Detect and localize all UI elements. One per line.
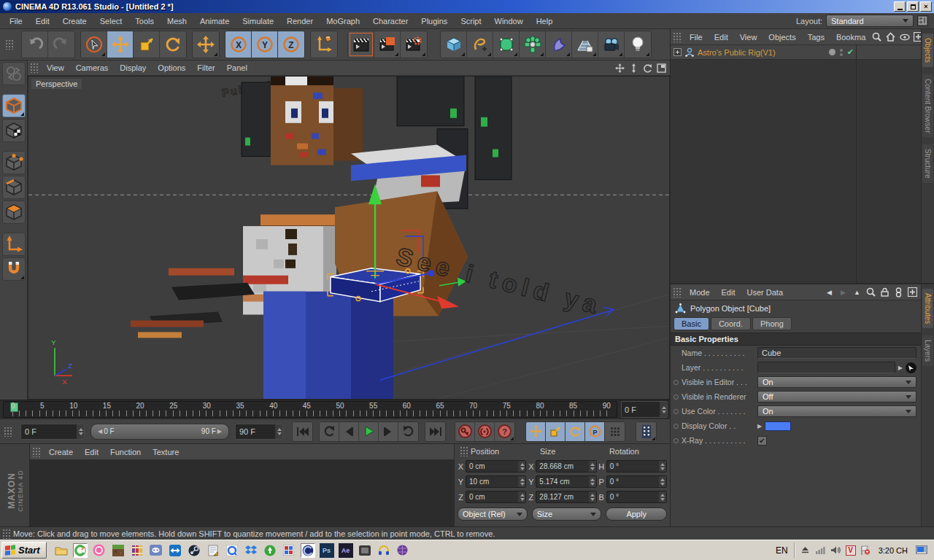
discord-icon[interactable] xyxy=(149,543,163,558)
material-menu-create[interactable]: Create xyxy=(43,446,79,459)
tab-layers[interactable]: Layers xyxy=(922,335,933,366)
folder-icon[interactable] xyxy=(54,543,69,558)
expand-icon[interactable] xyxy=(674,48,682,56)
pos-y-field[interactable]: 10 cm xyxy=(466,475,526,488)
forward-icon[interactable]: ▶ xyxy=(838,287,849,298)
show-timeline-button[interactable] xyxy=(636,422,656,441)
edges-mode-button[interactable] xyxy=(2,176,26,199)
menu-tools[interactable]: Tools xyxy=(128,15,161,28)
viewport-toggle-icon[interactable] xyxy=(655,62,667,74)
lock-y-axis-button[interactable]: Y xyxy=(252,31,278,58)
display-color-swatch[interactable] xyxy=(765,421,791,431)
xray-keydot[interactable] xyxy=(674,438,679,443)
add-cube-button[interactable] xyxy=(441,31,467,58)
redo-button[interactable] xyxy=(48,31,74,58)
size-x-field[interactable]: 28.668 cm xyxy=(536,460,596,472)
object-tree[interactable]: Astro's Public Rig(V1) ✔ xyxy=(671,45,921,283)
material-menu-texture[interactable]: Texture xyxy=(147,446,185,459)
coordinate-system-button[interactable] xyxy=(311,31,337,58)
menu-character[interactable]: Character xyxy=(366,15,414,28)
viewport-menu-filter[interactable]: Filter xyxy=(191,62,220,74)
menu-help[interactable]: Help xyxy=(530,15,560,28)
attribute-grip[interactable] xyxy=(673,287,682,298)
end-frame-field[interactable]: 90 F xyxy=(235,424,283,440)
menu-render[interactable]: Render xyxy=(280,15,320,28)
clock[interactable]: 3:20 CH xyxy=(876,546,911,555)
menu-mograph[interactable]: MoGraph xyxy=(320,15,366,28)
autokeying-button[interactable] xyxy=(475,422,495,441)
material-list-area[interactable] xyxy=(30,460,454,526)
axis-mode-button[interactable] xyxy=(2,233,26,256)
search-icon[interactable] xyxy=(871,31,882,42)
live-selection-button[interactable] xyxy=(81,31,107,58)
layer-field[interactable] xyxy=(757,362,895,373)
attr-menu-mode[interactable]: Mode xyxy=(684,286,716,299)
size-y-field[interactable]: 5.174 cm xyxy=(536,475,596,488)
viewport-menu-cameras[interactable]: Cameras xyxy=(70,62,115,74)
objects-menu-bookmarks[interactable]: Bookma xyxy=(830,31,871,44)
viewport-menu-view[interactable]: View xyxy=(41,62,70,74)
keyframe-scale-button[interactable] xyxy=(546,422,566,441)
objects-menu-edit[interactable]: Edit xyxy=(709,31,734,44)
back-icon[interactable]: ◀ xyxy=(824,287,835,298)
record-options-button[interactable]: ? xyxy=(495,422,514,441)
snap-button[interactable] xyxy=(2,257,26,281)
current-frame-field[interactable]: 0 F xyxy=(20,424,85,440)
show-desktop-button[interactable] xyxy=(915,543,928,558)
points-mode-button[interactable] xyxy=(2,151,26,174)
viewport-grip[interactable] xyxy=(30,63,39,73)
frame-spinner-arrows[interactable] xyxy=(660,402,667,417)
xray-checkbox[interactable]: ✔ xyxy=(757,436,767,446)
alert-flag-icon[interactable] xyxy=(860,545,871,556)
viewport-menu-display[interactable]: Display xyxy=(114,62,152,74)
osu-icon[interactable] xyxy=(92,543,107,558)
scale-tool-button[interactable] xyxy=(134,31,160,58)
lock-x-axis-button[interactable]: X xyxy=(225,31,252,58)
add-light-button[interactable] xyxy=(625,31,651,58)
network-icon[interactable] xyxy=(815,545,826,556)
add-subdivision-surface-button[interactable] xyxy=(493,31,520,58)
make-editable-button[interactable] xyxy=(2,62,26,85)
last-used-tool-button[interactable] xyxy=(193,31,219,58)
tab-coord[interactable]: Coord. xyxy=(711,317,751,330)
objects-menu-tags[interactable]: Tags xyxy=(802,31,830,44)
transport-grip[interactable] xyxy=(4,427,12,437)
visible-editor-dropdown[interactable]: On xyxy=(757,376,916,388)
add-deformer-button[interactable] xyxy=(546,31,572,58)
texture-mode-button[interactable] xyxy=(2,119,26,142)
keyframe-rotation-button[interactable] xyxy=(566,422,585,441)
menu-simulate[interactable]: Simulate xyxy=(236,15,280,28)
editor-visibility-dot[interactable] xyxy=(829,49,835,55)
tab-attributes[interactable]: Attributes xyxy=(922,289,933,328)
render-view-button[interactable] xyxy=(348,31,374,58)
rot-p-field[interactable]: 0 ° xyxy=(606,475,667,488)
minimize-button[interactable] xyxy=(894,1,906,12)
menu-mesh[interactable]: Mesh xyxy=(161,15,193,28)
headset-icon[interactable] xyxy=(377,543,391,558)
goto-previous-frame-button[interactable] xyxy=(339,422,359,441)
quicktime-icon[interactable] xyxy=(225,543,239,558)
display-color-expand-arrow[interactable]: ▶ xyxy=(757,423,762,429)
polygons-mode-button[interactable] xyxy=(2,201,26,224)
menu-edit[interactable]: Edit xyxy=(29,15,56,28)
keyframe-pla-button[interactable] xyxy=(605,422,625,441)
preview-range-slider[interactable]: ◀0 F 90 F▶ xyxy=(90,424,229,440)
add-mograph-button[interactable] xyxy=(520,31,546,58)
eye-icon[interactable] xyxy=(899,31,910,42)
winrar-icon[interactable] xyxy=(130,543,144,558)
objects-menu-view[interactable]: View xyxy=(734,31,763,44)
pos-x-field[interactable]: 0 cm xyxy=(466,460,526,472)
orb-icon[interactable] xyxy=(395,543,410,558)
goto-previous-key-button[interactable] xyxy=(320,422,339,441)
up-icon[interactable]: ▲ xyxy=(852,287,862,298)
link-icon[interactable] xyxy=(893,287,904,298)
record-keyframe-button[interactable] xyxy=(455,422,475,441)
render-to-picture-viewer-button[interactable] xyxy=(374,31,401,58)
restore-button[interactable] xyxy=(907,1,919,12)
apply-mode-dropdown[interactable]: Size xyxy=(532,508,602,521)
object-manager-grip[interactable] xyxy=(673,32,682,42)
keyframe-position-button[interactable] xyxy=(526,422,546,441)
antivirus-icon[interactable]: V xyxy=(846,545,856,556)
size-z-field[interactable]: 28.127 cm xyxy=(536,491,596,503)
viewport-rotate-icon[interactable] xyxy=(641,62,653,74)
